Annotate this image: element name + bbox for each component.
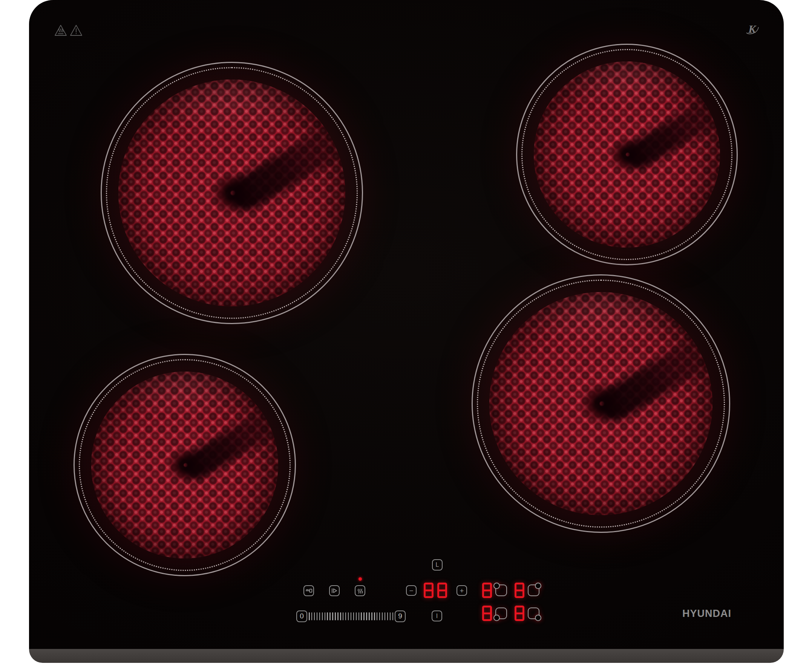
- plus-icon: +: [460, 587, 464, 594]
- burner-heating-element: [91, 371, 278, 558]
- zone-rear-left-icon[interactable]: [495, 584, 507, 596]
- slider-max-key[interactable]: 9: [395, 610, 406, 622]
- zone-display-front-left: [482, 605, 507, 621]
- front-trim-strip: [29, 649, 784, 663]
- zone-rear-right-icon[interactable]: [528, 584, 540, 596]
- pause-start-button[interactable]: [329, 585, 340, 596]
- play-pause-icon: [331, 588, 338, 594]
- slider-min-label: 0: [300, 612, 304, 620]
- hyundai-logo: HYUNDAI: [682, 608, 731, 620]
- slider-ticks[interactable]: [309, 612, 393, 620]
- plus-button[interactable]: +: [457, 585, 467, 596]
- on-off-bar-icon: I: [436, 613, 438, 619]
- burner-rear-right: [516, 44, 738, 265]
- k-certification-mark: K: [745, 21, 761, 38]
- caution-warning-icon: [69, 24, 83, 38]
- slider-max-label: 9: [398, 612, 402, 620]
- zone-display-rear-left: [482, 583, 507, 598]
- burner-heating-element: [489, 292, 713, 515]
- burner-heating-element: [534, 62, 720, 247]
- zone-digit: [482, 605, 492, 621]
- burner-rear-left: [101, 62, 363, 324]
- keep-warm-indicator-dot: [359, 577, 362, 581]
- zone-dot: [494, 615, 500, 621]
- timer-digits: [424, 583, 447, 598]
- timer-key-label: L: [436, 562, 439, 568]
- zone-dot: [535, 583, 541, 589]
- key-lock-icon: [305, 588, 313, 594]
- burner-front-right: [471, 274, 730, 533]
- keep-warm-button[interactable]: [355, 585, 365, 596]
- zone-digit: [515, 583, 524, 598]
- zone-dot: [494, 583, 500, 589]
- power-slider[interactable]: 0 9: [296, 610, 406, 622]
- timer-key-button[interactable]: L: [432, 559, 443, 571]
- child-lock-button[interactable]: [303, 585, 314, 596]
- slider-min-key[interactable]: 0: [296, 610, 307, 622]
- cooktop-product-image: K: [0, 0, 812, 664]
- k-swoosh-icon: [745, 21, 761, 38]
- burner-front-left: [73, 354, 296, 576]
- power-button[interactable]: I: [432, 610, 442, 622]
- timer-display: [424, 583, 447, 598]
- burner-heating-element: [118, 80, 345, 306]
- hot-surface-warning-icon: [54, 24, 67, 38]
- zone-digit: [482, 583, 492, 598]
- minus-button[interactable]: −: [406, 585, 417, 596]
- zone-display-rear-right: [515, 583, 540, 598]
- heat-waves-icon: [357, 588, 364, 594]
- zone-front-left-icon[interactable]: [495, 607, 507, 619]
- zone-digit: [515, 605, 524, 621]
- minus-icon: −: [409, 587, 413, 594]
- zone-dot: [535, 615, 541, 621]
- zone-display-front-right: [515, 605, 540, 621]
- zone-front-right-icon[interactable]: [528, 607, 540, 619]
